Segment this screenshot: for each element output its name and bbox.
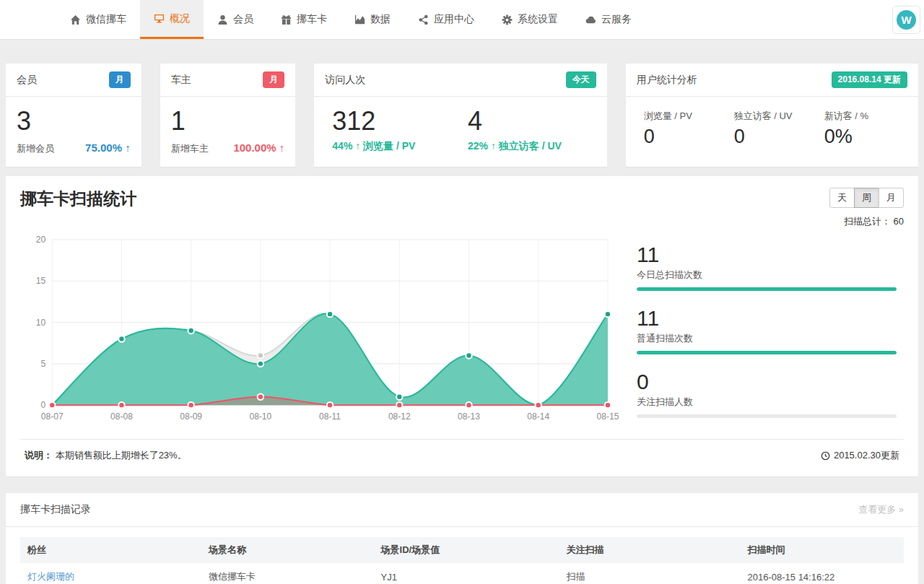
ustat-value: 0%	[824, 126, 907, 148]
user-stats-card: 用户统计分析 2016.08.14 更新 浏览量 / PV 0 独立访客 / U…	[626, 64, 918, 167]
kpi-follow-scans: 0 关注扫描人数	[637, 370, 897, 418]
scene-id-cell: YJ1	[374, 563, 559, 584]
user-stats-updated-badge: 2016.08.14 更新	[832, 71, 907, 88]
visits-today-badge: 今天	[566, 71, 596, 88]
kpi-value: 11	[637, 243, 897, 266]
members-card: 会员 月 3 新增会员 75.00% ↑	[6, 64, 141, 167]
top-nav: 微信挪车 概况 会员 挪车卡 数据 应用中心 系统设置 云服务 W	[0, 0, 924, 40]
nav-item-appcenter[interactable]: 应用中心	[404, 0, 488, 39]
kpi-progress-bar	[637, 287, 897, 291]
svg-text:20: 20	[36, 235, 46, 245]
up-arrow-icon: ↑	[279, 141, 285, 154]
view-more-link[interactable]: 查看更多 »	[858, 503, 904, 516]
cloud-icon	[585, 14, 596, 25]
owners-label: 新增车主	[171, 142, 209, 155]
nav-item-cards[interactable]: 挪车卡	[267, 0, 341, 39]
range-week-button[interactable]: 周	[854, 188, 879, 208]
scan-area-chart: 0510152008-0708-0808-0908-1008-1108-1208…	[20, 232, 615, 433]
uv-value: 4	[468, 106, 596, 136]
area-chart-icon	[354, 14, 365, 25]
weengine-logo-icon: W	[897, 10, 916, 30]
ustat-label: 独立访客 / UV	[734, 110, 817, 123]
nav-item-data[interactable]: 数据	[341, 0, 404, 39]
svg-text:08-07: 08-07	[41, 412, 64, 422]
owners-value: 1	[171, 106, 285, 136]
nav-item-label: 挪车卡	[297, 13, 327, 26]
records-header-row: 粉丝 场景名称 场景ID/场景值 关注扫描 扫描时间	[20, 537, 904, 563]
scan-panel-title: 挪车卡扫描统计	[20, 188, 136, 210]
col-fan: 粉丝	[20, 537, 201, 563]
scan-total: 扫描总计： 60	[829, 215, 904, 228]
user-stats-title: 用户统计分析	[637, 74, 697, 87]
scene-name-cell: 微信挪车卡	[201, 563, 374, 584]
uv-sub-label: 22% ↑ 独立访客 / UV	[468, 140, 596, 153]
svg-text:15: 15	[36, 276, 46, 287]
kpi-normal-scans: 11 普通扫描次数	[637, 306, 897, 354]
owners-card: 车主 月 1 新增车主 100.00% ↑	[160, 64, 296, 167]
svg-text:08-12: 08-12	[388, 412, 411, 422]
nav-item-label: 微信挪车	[86, 13, 126, 26]
visits-card: 访问人次 今天 312 44% ↑ 浏览量 / PV 4 22% ↑ 独立访客 …	[314, 64, 606, 167]
visits-uv-block: 4 22% ↑ 独立访客 / UV	[461, 106, 596, 153]
ustat-value: 0	[644, 126, 727, 148]
nav-item-label: 应用中心	[434, 13, 474, 26]
scan-records-panel: 挪车卡扫描记录 查看更多 » 粉丝 场景名称 场景ID/场景值 关注扫描 扫描时…	[6, 493, 918, 584]
svg-text:10: 10	[36, 318, 46, 328]
gift-icon	[281, 14, 292, 25]
kpi-value: 11	[637, 306, 897, 330]
user-icon	[217, 14, 228, 25]
visits-pv-block: 312 44% ↑ 浏览量 / PV	[325, 106, 461, 153]
kpi-label: 普通扫描次数	[637, 332, 897, 345]
kpi-progress-bar	[637, 351, 897, 354]
nav-item-home[interactable]: 微信挪车	[56, 0, 140, 39]
nav-item-label: 云服务	[601, 13, 632, 26]
members-label: 新增会员	[17, 142, 54, 155]
table-row: 灯火阑珊的 微信挪车卡 YJ1 扫描 2016-08-15 14:16:22	[20, 563, 904, 584]
members-value: 3	[17, 106, 131, 136]
nav-item-cloud[interactable]: 云服务	[572, 0, 645, 39]
records-table: 粉丝 场景名称 场景ID/场景值 关注扫描 扫描时间 灯火阑珊的 微信挪车卡 Y…	[20, 537, 904, 584]
scan-stats-panel: 挪车卡扫描统计 天 周 月 扫描总计： 60 0510152008-0708-0…	[6, 176, 918, 476]
fan-link[interactable]: 灯火阑珊的	[27, 571, 74, 582]
nav-item-label: 系统设置	[518, 13, 558, 26]
nav-item-settings[interactable]: 系统设置	[488, 0, 572, 39]
kpi-today-total: 11 今日总扫描次数	[637, 243, 897, 291]
kpi-label: 今日总扫描次数	[637, 269, 897, 282]
kpi-label: 关注扫描人数	[637, 396, 897, 409]
owners-card-title: 车主	[171, 74, 191, 87]
ustat-pv-col: 浏览量 / PV 0	[637, 110, 727, 148]
stat-cards-row: 会员 月 3 新增会员 75.00% ↑ 车主 月 1 新增车主 100.00%	[6, 64, 918, 167]
ustat-label: 浏览量 / PV	[644, 110, 727, 123]
follow-scan-cell: 扫描	[559, 563, 741, 584]
svg-text:08-14: 08-14	[527, 412, 549, 422]
svg-text:08-10: 08-10	[249, 412, 271, 422]
gear-icon	[502, 14, 513, 25]
weengine-logo-button[interactable]: W	[892, 6, 920, 34]
svg-text:08-13: 08-13	[458, 412, 480, 422]
range-month-button[interactable]: 月	[879, 188, 904, 208]
scan-updated: 2015.02.30更新	[821, 449, 899, 462]
scan-time-cell: 2016-08-15 14:16:22	[741, 563, 904, 584]
svg-text:0: 0	[40, 401, 45, 411]
col-scene-name: 场景名称	[201, 537, 374, 563]
kpi-progress-bar	[637, 414, 897, 418]
svg-text:5: 5	[40, 359, 45, 369]
nav-item-label: 数据	[370, 13, 391, 26]
clock-icon	[821, 451, 830, 461]
ustat-label: 新访客 / %	[824, 110, 907, 123]
nav-item-label: 概况	[170, 12, 190, 25]
svg-text:08-11: 08-11	[319, 412, 341, 422]
records-title: 挪车卡扫描记录	[20, 503, 91, 516]
nav-item-overview[interactable]: 概况	[140, 0, 204, 39]
ustat-uv-col: 独立访客 / UV 0	[727, 110, 817, 148]
nav-item-members[interactable]: 会员	[204, 0, 267, 39]
ustat-value: 0	[734, 126, 817, 148]
members-month-badge: 月	[109, 71, 131, 88]
owners-month-badge: 月	[263, 71, 284, 88]
desktop-icon	[154, 13, 165, 24]
range-day-button[interactable]: 天	[829, 188, 855, 208]
visits-card-title: 访问人次	[325, 74, 365, 87]
col-scene-id: 场景ID/场景值	[374, 537, 559, 563]
scan-kpi-column: 11 今日总扫描次数 11 普通扫描次数 0 关注扫描人数	[615, 232, 904, 433]
pv-value: 312	[332, 106, 461, 136]
